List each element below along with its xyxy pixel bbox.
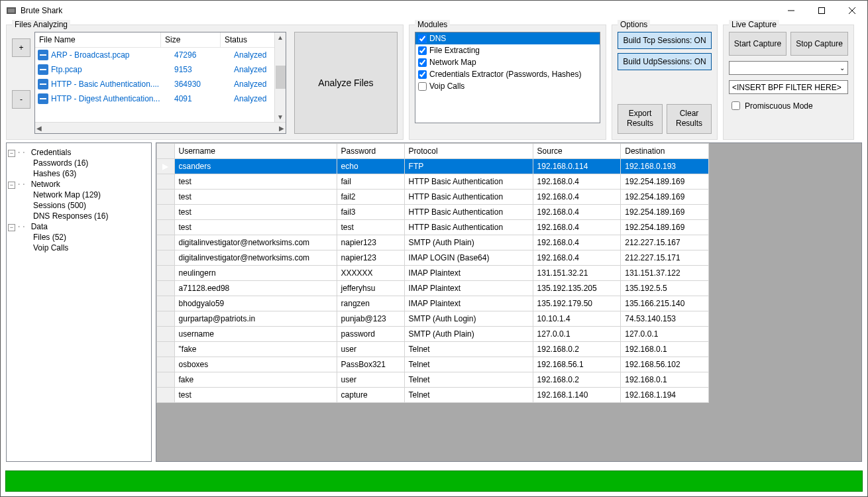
table-row[interactable]: usernamepasswordSMTP (Auth Plain)127.0.0…	[157, 327, 709, 342]
table-row[interactable]: testtestHTTP Basic Authentication192.168…	[157, 220, 709, 235]
file-row[interactable]: HTTP - Basic Authentication....364930Ana…	[35, 77, 286, 91]
tree-data[interactable]: Data	[31, 222, 48, 231]
build-udp-button[interactable]: Build UdpSessions: ON	[618, 53, 712, 70]
table-row[interactable]: "fakeuserTelnet192.168.0.2192.168.0.1	[157, 342, 709, 357]
file-list[interactable]: File Name Size Status ARP - Broadcast.pc…	[34, 32, 286, 134]
cell-username: test	[174, 174, 337, 190]
build-tcp-button[interactable]: Build Tcp Sessions: ON	[618, 32, 712, 49]
file-list-hscroll[interactable]: ◀▶	[35, 122, 286, 133]
cell-protocol: SMTP (Auth Plain)	[404, 327, 533, 342]
col-destination[interactable]: Destination	[621, 144, 709, 159]
minimize-button[interactable]	[776, 1, 806, 21]
row-header-corner	[157, 144, 175, 159]
clear-results-button[interactable]: Clear Results	[667, 104, 712, 134]
tree-hashes[interactable]: Hashes (63)	[33, 169, 76, 178]
tree-toggle-icon[interactable]: −	[8, 224, 15, 231]
options-group: Options Build Tcp Sessions: ON Build Udp…	[612, 25, 718, 140]
file-list-vscroll[interactable]: ▲▼	[274, 32, 286, 122]
tree-files[interactable]: Files (52)	[33, 233, 66, 242]
stop-capture-button[interactable]: Stop Capture	[790, 32, 848, 56]
cell-destination: 74.53.140.153	[621, 311, 709, 327]
module-checkbox[interactable]	[418, 58, 427, 67]
bpf-filter-input[interactable]	[729, 80, 848, 94]
table-row[interactable]: testcaptureTelnet192.168.1.140192.168.1.…	[157, 388, 709, 403]
tree-sessions[interactable]: Sessions (500)	[33, 201, 86, 210]
progress-bar	[5, 470, 863, 492]
tree-dns[interactable]: DNS Responses (16)	[33, 211, 108, 221]
module-item[interactable]: Credentials Extractor (Passwords, Hashes…	[415, 68, 600, 80]
file-row[interactable]: HTTP - Digest Authentication...4091Analy…	[35, 91, 286, 106]
tree-network-map[interactable]: Network Map (129)	[33, 190, 101, 199]
cell-protocol: HTTP Basic Authentication	[404, 220, 533, 235]
tree-credentials[interactable]: Credentials	[31, 148, 72, 157]
cell-source: 192.168.0.2	[533, 342, 621, 357]
cell-username: test	[174, 190, 337, 205]
export-results-button[interactable]: Export Results	[618, 104, 663, 134]
table-row[interactable]: digitalinvestigator@networksims.comnapie…	[157, 235, 709, 250]
cell-source: 192.168.0.4	[533, 174, 621, 190]
file-name[interactable]: HTTP - Basic Authentication....	[51, 80, 174, 89]
col-source[interactable]: Source	[533, 144, 621, 159]
cell-username: gurpartap@patriots.in	[174, 311, 337, 327]
table-row[interactable]: gurpartap@patriots.inpunjab@123SMTP (Aut…	[157, 311, 709, 327]
cell-username: fake	[174, 372, 337, 388]
table-row[interactable]: testfail2HTTP Basic Authentication192.16…	[157, 190, 709, 205]
file-size: 4091	[174, 94, 234, 103]
cell-password: PassBox321	[337, 357, 404, 372]
module-item[interactable]: DNS	[415, 32, 600, 44]
file-row[interactable]: Ftp.pcap9153Analyzed	[35, 62, 286, 77]
col-username[interactable]: Username	[174, 144, 337, 159]
add-file-button[interactable]: +	[12, 38, 30, 57]
tree-passwords[interactable]: Passwords (16)	[33, 158, 88, 168]
table-row[interactable]: testfailHTTP Basic Authentication192.168…	[157, 174, 709, 190]
table-row[interactable]: neulingernXXXXXXIMAP Plaintext131.151.32…	[157, 266, 709, 281]
tree-toggle-icon[interactable]: −	[8, 150, 15, 157]
interface-combo[interactable]: ⌄	[729, 61, 848, 75]
module-item[interactable]: File Extracting	[415, 44, 600, 56]
module-checkbox[interactable]	[418, 46, 427, 55]
file-name[interactable]: HTTP - Digest Authentication...	[51, 94, 174, 103]
table-row[interactable]: fakeuserTelnet192.168.0.2192.168.0.1	[157, 372, 709, 388]
navigation-tree[interactable]: −·· Credentials Passwords (16) Hashes (6…	[6, 142, 152, 462]
promiscuous-checkbox[interactable]: Promiscuous Mode	[729, 99, 848, 112]
start-capture-button[interactable]: Start Capture	[729, 32, 787, 56]
tree-toggle-icon[interactable]: −	[8, 182, 15, 189]
close-button[interactable]	[837, 1, 867, 21]
tree-voip[interactable]: Voip Calls	[33, 243, 68, 252]
file-row[interactable]: ARP - Broadcast.pcap47296Analyzed	[35, 48, 286, 62]
col-file-name[interactable]: File Name	[35, 32, 161, 47]
cell-source: 192.168.0.4	[533, 190, 621, 205]
cell-destination: 135.166.215.140	[621, 296, 709, 311]
table-row[interactable]: a71128.eed98jefferyhsuIMAP Plaintext135.…	[157, 281, 709, 296]
file-size: 47296	[174, 50, 234, 60]
module-item[interactable]: Network Map	[415, 56, 600, 68]
maximize-button[interactable]	[806, 1, 837, 21]
col-protocol[interactable]: Protocol	[404, 144, 533, 159]
cell-destination: 192.168.56.102	[621, 357, 709, 372]
module-item[interactable]: Voip Calls	[415, 80, 600, 92]
col-password[interactable]: Password	[337, 144, 404, 159]
module-checkbox[interactable]	[418, 70, 427, 79]
cell-protocol: FTP	[404, 159, 533, 174]
table-row[interactable]: ▶csandersechoFTP192.168.0.114192.168.0.1…	[157, 159, 709, 174]
results-grid[interactable]: Username Password Protocol Source Destin…	[156, 142, 862, 462]
table-row[interactable]: testfail3HTTP Basic Authentication192.16…	[157, 205, 709, 220]
row-indicator	[157, 235, 175, 250]
table-row[interactable]: bhodgyalo59rangzenIMAP Plaintext135.192.…	[157, 296, 709, 311]
table-row[interactable]: osboxesPassBox321Telnet192.168.56.1192.1…	[157, 357, 709, 372]
cell-destination: 192.254.189.169	[621, 190, 709, 205]
pcap-icon	[38, 50, 48, 60]
module-checkbox[interactable]	[418, 34, 427, 43]
table-row[interactable]: digitalinvestigator@networksims.comnapie…	[157, 250, 709, 266]
remove-file-button[interactable]: -	[12, 90, 30, 109]
modules-list[interactable]: DNSFile ExtractingNetwork MapCredentials…	[415, 32, 600, 123]
row-indicator: ▶	[157, 159, 175, 174]
cell-username: test	[174, 205, 337, 220]
module-checkbox[interactable]	[418, 82, 427, 91]
file-name[interactable]: ARP - Broadcast.pcap	[51, 50, 174, 60]
col-file-size[interactable]: Size	[161, 32, 221, 47]
module-label: File Extracting	[429, 46, 480, 55]
file-name[interactable]: Ftp.pcap	[51, 65, 174, 74]
tree-network[interactable]: Network	[31, 180, 60, 189]
analyze-files-button[interactable]: Analyze Files	[294, 32, 398, 134]
